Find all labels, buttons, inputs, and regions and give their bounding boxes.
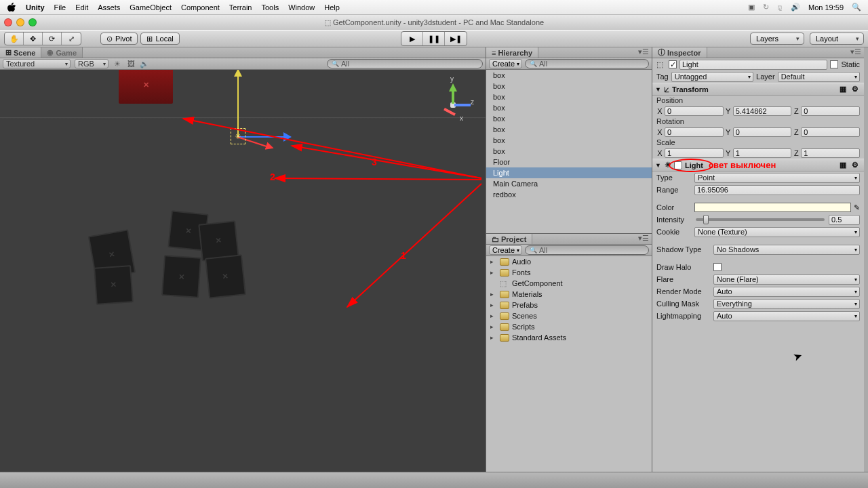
light-mask-select[interactable]: Everything xyxy=(713,299,860,309)
transform-component-header[interactable]: ▼⟀ Transform ▦ ⚙ xyxy=(652,83,864,96)
light-halo-checkbox[interactable] xyxy=(713,263,722,271)
timemachine-icon[interactable]: ↻ xyxy=(763,3,769,12)
menu-help[interactable]: Help xyxy=(324,3,340,12)
layer-select[interactable]: Default xyxy=(778,72,860,82)
menu-component[interactable]: Component xyxy=(181,3,220,12)
scene-fx-toggle[interactable]: 🖼 xyxy=(126,59,136,68)
menu-edit[interactable]: Edit xyxy=(75,3,88,12)
component-help-icon[interactable]: ▦ xyxy=(840,161,849,170)
panel-menu-icon[interactable]: ▾☰ xyxy=(635,234,652,244)
project-item[interactable]: ▸Prefabs xyxy=(486,300,652,310)
gameobject-active-checkbox[interactable]: ✓ xyxy=(669,60,677,68)
menu-assets[interactable]: Assets xyxy=(98,3,120,12)
menu-tools[interactable]: Tools xyxy=(261,3,279,12)
rot-z[interactable]: 0 xyxy=(801,127,860,137)
shading-mode[interactable]: Textured xyxy=(3,59,71,68)
rotate-tool[interactable]: ⟳ xyxy=(43,33,62,45)
tab-hierarchy[interactable]: ≡Hierarchy xyxy=(486,47,538,58)
hierarchy-item[interactable]: box xyxy=(486,124,652,135)
bluetooth-icon[interactable]: ⚼ xyxy=(777,3,783,12)
tab-scene[interactable]: ⊞Scene xyxy=(0,47,41,58)
menu-window[interactable]: Window xyxy=(288,3,315,12)
scene-audio-toggle[interactable]: 🔊 xyxy=(140,59,149,68)
hierarchy-item[interactable]: box xyxy=(486,146,652,157)
component-help-icon[interactable]: ▦ xyxy=(840,85,849,94)
panel-menu-icon[interactable]: ▾☰ xyxy=(635,47,652,58)
tab-inspector[interactable]: ⓘInspector xyxy=(652,47,707,58)
scl-z[interactable]: 1 xyxy=(801,148,860,158)
hierarchy-search[interactable]: All xyxy=(525,59,649,68)
hierarchy-list[interactable]: boxboxboxboxboxboxboxboxFloorLightMain C… xyxy=(486,70,652,233)
scene-light-toggle[interactable]: ☀ xyxy=(113,59,122,68)
tab-project[interactable]: 🗀Project xyxy=(486,234,532,244)
scene-search[interactable]: All xyxy=(327,59,483,68)
project-item[interactable]: ▸Scenes xyxy=(486,310,652,321)
light-component-header[interactable]: ▼☀ Light свет выключен ▦ ⚙ xyxy=(652,159,864,171)
hierarchy-item[interactable]: box xyxy=(486,113,652,124)
menu-terrain[interactable]: Terrain xyxy=(229,3,252,12)
hierarchy-item[interactable]: box xyxy=(486,92,652,102)
render-mode[interactable]: RGB xyxy=(75,59,108,68)
scl-y[interactable]: 1 xyxy=(733,148,792,158)
light-render-select[interactable]: Auto xyxy=(713,287,860,297)
scale-tool[interactable]: ⤢ xyxy=(62,33,81,45)
project-item[interactable]: ▸Materials xyxy=(486,289,652,300)
light-intensity-slider[interactable] xyxy=(696,218,825,221)
hierarchy-item[interactable]: Main Camera xyxy=(486,178,652,189)
light-shadow-select[interactable]: No Shadows xyxy=(713,245,860,255)
light-color-swatch[interactable] xyxy=(694,203,851,212)
light-type-select[interactable]: Point xyxy=(694,173,860,183)
light-lightmap-select[interactable]: Auto xyxy=(713,311,860,321)
hierarchy-item[interactable]: redbox xyxy=(486,189,652,200)
project-item[interactable]: ▸Scripts xyxy=(486,321,652,332)
spotlight-icon[interactable]: 🔍 xyxy=(852,3,861,12)
scene-viewport[interactable]: ✕ ☀ xyxy=(0,70,486,472)
pivot-toggle[interactable]: ⊙Pivot xyxy=(100,33,138,45)
gameobject-name-field[interactable]: Light xyxy=(679,60,827,70)
tag-select[interactable]: Untagged xyxy=(671,72,753,82)
pos-y[interactable]: 5.414862 xyxy=(733,106,792,116)
pos-z[interactable]: 0 xyxy=(801,106,860,116)
pos-x[interactable]: 0 xyxy=(665,106,724,116)
volume-icon[interactable]: 🔊 xyxy=(791,3,800,12)
step-button[interactable]: ▶❚ xyxy=(445,32,467,45)
orientation-gizmo[interactable]: y z x xyxy=(431,83,472,124)
local-toggle[interactable]: ⊞Local xyxy=(140,33,179,45)
hierarchy-item[interactable]: box xyxy=(486,81,652,92)
hierarchy-item[interactable]: box xyxy=(486,70,652,81)
component-settings-icon[interactable]: ⚙ xyxy=(852,85,861,94)
eyedropper-icon[interactable]: ✎ xyxy=(854,203,860,212)
project-create[interactable]: Create xyxy=(489,245,522,255)
project-item[interactable]: ▸Standard Assets xyxy=(486,332,652,343)
hierarchy-create[interactable]: Create xyxy=(489,59,522,68)
move-gizmo-y[interactable] xyxy=(237,70,239,138)
light-intensity-field[interactable]: 0.5 xyxy=(829,215,860,225)
rot-x[interactable]: 0 xyxy=(665,127,724,137)
scl-x[interactable]: 1 xyxy=(665,148,724,158)
project-search[interactable]: All xyxy=(525,245,649,255)
static-checkbox[interactable] xyxy=(830,60,838,68)
light-flare-select[interactable]: None (Flare) xyxy=(713,274,860,285)
menu-gameobject[interactable]: GameObject xyxy=(130,3,172,12)
layout-dropdown[interactable]: Layout xyxy=(810,33,864,45)
light-cookie-select[interactable]: None (Texture) xyxy=(694,227,860,237)
menu-file[interactable]: File xyxy=(54,3,66,12)
pause-button[interactable]: ❚❚ xyxy=(423,32,445,45)
tab-game[interactable]: ◉Game xyxy=(41,47,83,58)
play-button[interactable]: ▶ xyxy=(401,32,423,45)
hand-tool[interactable]: ✋ xyxy=(5,33,24,45)
project-list[interactable]: ▸Audio▸Fonts⬚GetComponent▸Materials▸Pref… xyxy=(486,256,652,472)
hierarchy-item[interactable]: Floor xyxy=(486,157,652,167)
hierarchy-item[interactable]: box xyxy=(486,135,652,146)
light-range-field[interactable]: 16.95096 xyxy=(694,185,860,195)
project-item[interactable]: ▸Fonts xyxy=(486,267,652,278)
move-tool[interactable]: ✥ xyxy=(24,33,43,45)
screen-record-icon[interactable]: ▣ xyxy=(748,3,755,12)
project-item[interactable]: ⬚GetComponent xyxy=(486,278,652,289)
clock[interactable]: Mon 19:59 xyxy=(808,3,844,12)
hierarchy-item[interactable]: Light xyxy=(486,167,652,178)
panel-menu-icon[interactable]: ▾☰ xyxy=(848,47,864,58)
layers-dropdown[interactable]: Layers xyxy=(750,33,804,45)
rot-y[interactable]: 0 xyxy=(733,127,792,137)
component-settings-icon[interactable]: ⚙ xyxy=(852,161,861,170)
